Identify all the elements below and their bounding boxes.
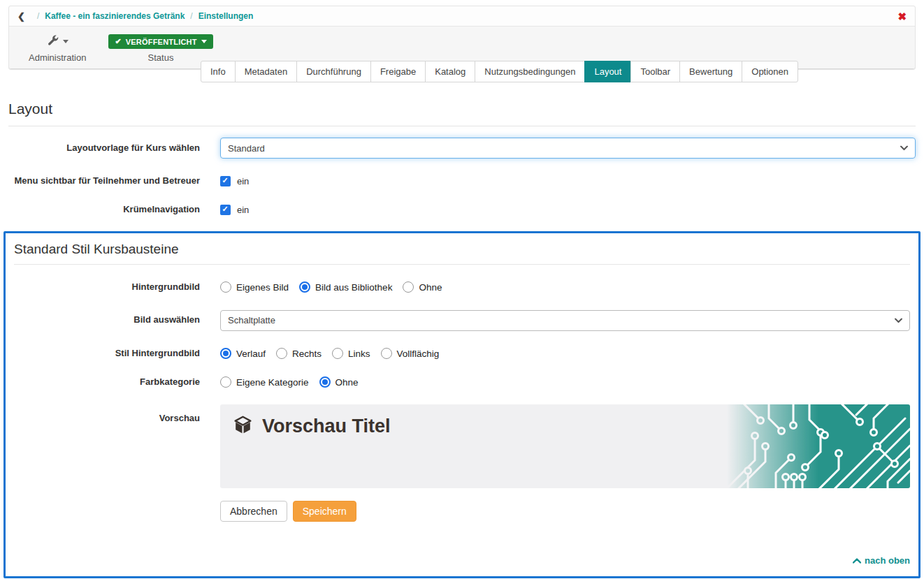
preview-row: Vorschau Vorschau Titel [14, 404, 910, 488]
wrench-icon [46, 34, 59, 50]
status-badge[interactable]: ✔ VERÖFFENTLICHT [108, 34, 212, 49]
radio-verlauf[interactable]: Verlauf [220, 348, 266, 359]
radio-selected-icon [319, 376, 331, 388]
tab-nutzungsbedingungen[interactable]: Nutzungsbedingungen [475, 61, 585, 82]
radio-eigene-kategorie[interactable]: Eigene Kategorie [220, 376, 309, 388]
breadcrumb-settings-link[interactable]: Einstellungen [198, 11, 254, 21]
back-chevron-icon[interactable]: ❮ [17, 11, 25, 22]
tab-toolbar[interactable]: Toolbar [630, 61, 680, 82]
breadcrumb-separator: / [190, 11, 192, 21]
crumb-nav-checkbox[interactable] [220, 205, 231, 215]
radio-rechts[interactable]: Rechts [276, 348, 322, 359]
radio-icon [220, 376, 231, 388]
background-style-row: Stil Hintergrundbild Verlauf Rechts Link… [14, 348, 910, 360]
image-select-value: Schaltplatte [228, 315, 275, 325]
radio-ohne-bild[interactable]: Ohne [403, 281, 442, 293]
preview-title-text: Vorschau Titel [262, 416, 391, 437]
crumb-nav-on-label: ein [237, 205, 249, 215]
tab-katalog[interactable]: Katalog [425, 61, 475, 82]
background-style-label: Stil Hintergrundbild [14, 348, 220, 360]
chevron-down-icon [895, 318, 902, 323]
tab-metadaten[interactable]: Metadaten [235, 61, 297, 82]
tab-info[interactable]: Info [201, 61, 236, 82]
breadcrumb-course-link[interactable]: Kaffee - ein faszinierendes Getränk [45, 11, 185, 21]
menu-visible-row: Menu sichtbar für Teilnehmer und Betreue… [8, 175, 916, 187]
radio-vollflaechig[interactable]: Vollflächig [381, 348, 440, 359]
radio-links[interactable]: Links [332, 348, 370, 359]
menu-visible-on-label: ein [237, 176, 249, 186]
layout-template-select[interactable]: Standard [220, 138, 916, 159]
back-to-top-label: nach oben [865, 555, 910, 566]
radio-selected-icon [299, 281, 310, 293]
background-image-label: Hintergrundbild [14, 281, 220, 293]
settings-tab-bar: Info Metadaten Durchführung Freigabe Kat… [201, 61, 798, 82]
form-buttons-row: Abbrechen Speichern [14, 501, 910, 522]
radio-vollflaechig-label: Vollflächig [397, 349, 440, 359]
panel-title: Standard Stil Kursbausteine [14, 239, 910, 265]
tab-optionen[interactable]: Optionen [742, 61, 798, 82]
breadcrumb-separator: / [37, 11, 39, 21]
radio-icon [403, 281, 414, 293]
status-label: Status [148, 52, 174, 63]
tab-durchfuehrung[interactable]: Durchführung [296, 61, 371, 82]
administration-label: Administration [29, 52, 86, 63]
radio-bild-aus-bibliothek[interactable]: Bild aus Bibliothek [299, 281, 392, 293]
chevron-up-icon [853, 555, 861, 566]
breadcrumb: ❮ / Kaffee - ein faszinierendes Getränk … [9, 6, 915, 26]
radio-icon [220, 281, 231, 293]
radio-eigenes-bild[interactable]: Eigenes Bild [220, 281, 289, 293]
image-select[interactable]: Schaltplatte [220, 310, 910, 331]
layout-template-label: Layoutvorlage für Kurs wählen [8, 142, 220, 154]
close-icon[interactable]: ✖ [897, 11, 907, 22]
chevron-down-icon [900, 146, 908, 151]
check-icon: ✔ [115, 37, 121, 46]
style-preview: Vorschau Titel [220, 404, 910, 488]
chevron-down-icon [63, 40, 68, 43]
save-button[interactable]: Speichern [293, 501, 356, 522]
color-category-label: Farbkategorie [14, 376, 220, 388]
radio-icon [381, 348, 392, 359]
cancel-button[interactable]: Abbrechen [220, 501, 287, 522]
course-element-style-panel: Standard Stil Kursbausteine Hintergrundb… [3, 231, 921, 579]
layout-template-row: Layoutvorlage für Kurs wählen Standard [8, 138, 916, 159]
radio-verlauf-label: Verlauf [236, 349, 266, 359]
radio-icon [332, 348, 343, 359]
radio-ohne-bild-label: Ohne [419, 282, 442, 293]
page-title: Layout [8, 101, 916, 126]
radio-icon [276, 348, 287, 359]
tab-freigabe[interactable]: Freigabe [370, 61, 426, 82]
circuit-board-image [727, 404, 910, 488]
image-select-label: Bild auswählen [14, 314, 220, 326]
color-category-row: Farbkategorie Eigene Kategorie Ohne [14, 376, 910, 388]
preview-label: Vorschau [14, 404, 220, 425]
menu-visible-label: Menu sichtbar für Teilnehmer und Betreue… [8, 175, 220, 187]
status-badge-label: VERÖFFENTLICHT [126, 38, 197, 46]
administration-menu[interactable]: Administration [29, 33, 86, 63]
crumb-nav-label: Krümelnavigation [8, 204, 220, 216]
cube-icon [233, 415, 253, 438]
radio-bild-aus-bibliothek-label: Bild aus Bibliothek [315, 282, 392, 293]
tab-layout[interactable]: Layout [584, 61, 631, 82]
radio-rechts-label: Rechts [292, 349, 322, 359]
back-to-top-link[interactable]: nach oben [853, 555, 910, 566]
tab-bewertung[interactable]: Bewertung [679, 61, 742, 82]
image-select-row: Bild auswählen Schaltplatte [14, 310, 910, 331]
menu-visible-checkbox[interactable] [220, 176, 231, 186]
radio-links-label: Links [348, 349, 370, 359]
chevron-down-icon [201, 40, 207, 43]
radio-ohne-kategorie-label: Ohne [335, 377, 359, 388]
background-image-row: Hintergrundbild Eigenes Bild Bild aus Bi… [14, 281, 910, 293]
radio-eigenes-bild-label: Eigenes Bild [236, 282, 289, 293]
layout-template-select-value: Standard [228, 143, 265, 154]
status-menu[interactable]: ✔ VERÖFFENTLICHT Status [108, 33, 212, 63]
radio-selected-icon [220, 348, 231, 359]
crumb-nav-row: Krümelnavigation ein [8, 204, 916, 216]
radio-eigene-kategorie-label: Eigene Kategorie [236, 377, 309, 388]
radio-ohne-kategorie[interactable]: Ohne [319, 376, 359, 388]
